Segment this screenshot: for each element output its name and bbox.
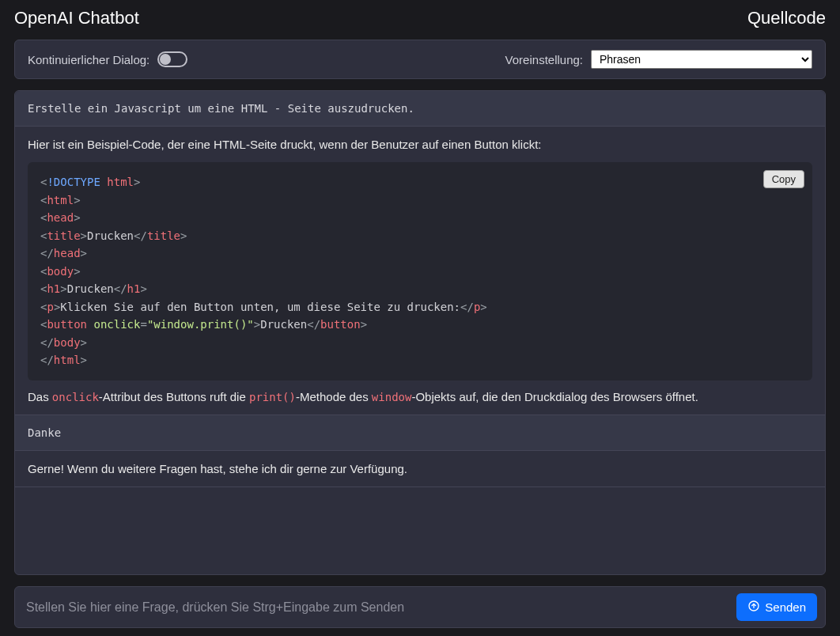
send-label: Senden [765,600,806,614]
source-link[interactable]: Quellcode [747,8,826,28]
preset-select[interactable]: Phrasen [591,50,812,69]
question-input[interactable] [23,596,728,619]
code-content[interactable]: <!DOCTYPE html> <html> <head> <title>Dru… [28,162,812,380]
chat-message-user: Danke [15,415,825,450]
toggle-knob [160,54,171,65]
top-bar: OpenAI Chatbot Quellcode [0,0,840,40]
continuous-dialog-label: Kontinuierlicher Dialog: [28,53,149,66]
chat-panel: Erstelle ein Javascript um eine HTML - S… [14,90,826,575]
copy-button[interactable]: Copy [763,170,804,188]
assistant-text: Gerne! Wenn du weitere Fragen hast, steh… [28,462,812,475]
settings-panel: Kontinuierlicher Dialog: Voreinstellung:… [14,40,826,79]
assistant-intro: Hier ist ein Beispiel-Code, der eine HTM… [28,138,812,151]
input-bar: Senden [14,586,826,628]
chat-message-assistant: Gerne! Wenn du weitere Fragen hast, steh… [15,450,825,487]
send-icon [747,600,760,615]
continuous-dialog-toggle[interactable] [157,51,187,67]
chat-message-user: Erstelle ein Javascript um eine HTML - S… [15,91,825,126]
assistant-outro: Das onclick-Attribut des Buttons ruft di… [28,390,812,403]
app-title: OpenAI Chatbot [14,8,139,28]
code-block: Copy <!DOCTYPE html> <html> <head> <titl… [28,162,812,380]
send-button[interactable]: Senden [736,593,817,621]
preset-label: Voreinstellung: [505,53,583,66]
chat-message-assistant: Hier ist ein Beispiel-Code, der eine HTM… [15,126,825,415]
